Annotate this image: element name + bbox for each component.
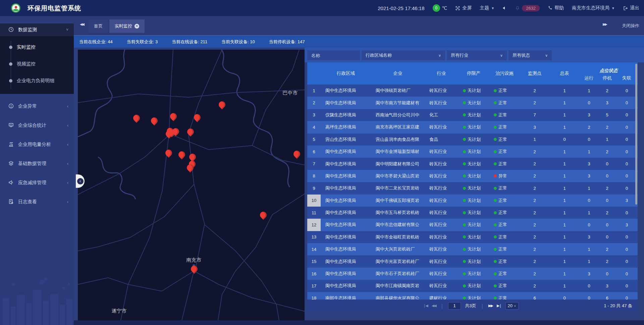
range-label: 1 - 20 [604, 303, 615, 308]
sidebar-item-base-data[interactable]: 基础数据管理‹ [0, 157, 74, 170]
cell-facility-status: 正常 [489, 146, 520, 158]
sidebar-item-video-monitoring[interactable]: 视频监控 [0, 56, 74, 72]
cell-running: 3 [580, 268, 598, 280]
cell-region: 阆中生态环境局 [321, 268, 371, 280]
cell-meters: 1 [549, 170, 580, 182]
status-dot-icon [463, 150, 466, 153]
notification-area[interactable]: 2632 [515, 5, 540, 11]
name-search-input[interactable] [311, 53, 356, 58]
logout-button[interactable]: 退出 [623, 5, 639, 11]
sidebar-item-log-view[interactable]: 日志查看‹ [0, 195, 74, 209]
cell-limit-status: 无计划 [458, 146, 489, 158]
cell-meters: 1 [549, 109, 580, 121]
cell-index: 10 [307, 195, 321, 207]
sidebar-item-data-monitoring[interactable]: 数据监测˅ [0, 23, 74, 36]
cell-meters: 1 [549, 219, 580, 231]
top-header: 环保用电监管系统 2021-02-25 17:46:18 0 ℃ 全屏 主题 ▼… [0, 0, 644, 16]
tabs-scroll-right-button[interactable]: ▶▶ [603, 22, 606, 26]
sidebar-item-label: 数据监测 [18, 27, 66, 33]
map-panel[interactable]: 巴中市南充市遂宁市 ‹ [78, 50, 305, 320]
table-row[interactable]: 18南部生态环境局南部县砚华水泥有限公建材行业无计划正常60060 [307, 292, 638, 300]
status-dot-icon [494, 174, 497, 177]
status-select[interactable]: 所有状态 ∨ [508, 50, 552, 60]
tab-close-icon[interactable]: ✕ [135, 24, 139, 29]
cell-industry: 砖瓦行业 [425, 280, 458, 292]
sidebar-item-emergency-reduction[interactable]: 应急减排管理‹ [0, 176, 74, 189]
logout-label: 退出 [630, 5, 639, 11]
cell-lost: 0 [616, 133, 638, 146]
next-page-button[interactable]: ▶▶ [488, 304, 493, 308]
status-dot-icon [494, 126, 497, 129]
chevron-collapsed-icon: ‹ [67, 123, 68, 128]
sidebar-item-enterprise-stats[interactable]: 企业综合统计‹ [0, 119, 74, 132]
table-row[interactable]: 9阆中生态环境局阆中市二龙长宝页岩砖砖瓦行业无计划正常21120 [307, 182, 638, 194]
stats-bar: 当前在线企业: 44当前失联企业: 3当前在线设备: 211当前失联设备: 10… [74, 36, 644, 48]
first-page-button[interactable]: ❘◀ [423, 304, 428, 308]
fullscreen-button[interactable]: 全屏 [455, 5, 472, 11]
cell-meters: 1 [549, 85, 580, 97]
page-number-input[interactable] [448, 302, 461, 310]
table-row[interactable]: 5营山生态环境局营山县润丰肉食品有限食品无计划正常10010 [307, 133, 638, 146]
sidebar-item-realtime-monitoring[interactable]: 实时监控 [0, 39, 74, 56]
sidebar-alert-icon [8, 103, 14, 110]
table-row[interactable]: 10阆中生态环境局阆中千佛镇五郎垭页岩砖瓦行业无计划正常21003 [307, 195, 638, 207]
cell-region: 阆中生态环境局 [321, 243, 371, 255]
sidebar-item-enterprise-abnormal[interactable]: 企业异常‹ [0, 100, 74, 113]
name-search-field[interactable] [307, 50, 360, 60]
tab-realtime-monitoring[interactable]: 实时监控✕ [109, 19, 145, 33]
table-row[interactable]: 13阆中生态环境局阆中市金福旺页岩机砖砖瓦行业无计划正常21300 [307, 231, 638, 243]
page-size-select[interactable]: 20 ∨ [505, 302, 519, 310]
status-dot-icon [463, 89, 466, 92]
table-row[interactable]: 6阆中生态环境局阆中市金博瑞新型墙材砖瓦行业无计划正常21120 [307, 146, 638, 158]
cell-meters: 1 [549, 97, 580, 109]
pagination-divider: ❘ [440, 303, 444, 309]
table-row[interactable]: 17阆中生态环境局阆中市江南镇阆南页岩砖瓦行业无计划正常21030 [307, 280, 638, 292]
table-row[interactable]: 3仪陇生态环境局西南油气田分公司川中化工无计划正常71350 [307, 109, 638, 121]
cell-industry: 食品 [425, 133, 458, 146]
theme-menu[interactable]: 主题 ▼ [480, 5, 494, 11]
cell-facility-status: 正常 [489, 292, 520, 300]
table-scrollbar[interactable] [635, 64, 637, 205]
region-select-value: 行政区域名称 [366, 52, 392, 58]
table-row[interactable]: 2阆中生态环境局阆中市南方节能建材有砖瓦行业无计划正常21030 [307, 97, 638, 109]
sidebar-item-power-load-detail[interactable]: 企业电力负荷明细 [0, 72, 74, 89]
help-label: 帮助 [554, 5, 564, 11]
industry-select[interactable]: 所有行业 ∨ [447, 50, 507, 60]
cell-monitors: 2 [520, 146, 549, 158]
cell-limit-status: 无计划 [458, 219, 489, 231]
table-row[interactable]: 14阆中生态环境局阆中大兴页岩机砖厂砖瓦行业无计划正常21120 [307, 243, 638, 255]
col-total-meters: 总表 [549, 62, 580, 85]
table-header: 行政区域 企业 行业 停限产 治污设施 监测点 总表 点位状态 运行 停机 失联 [307, 62, 638, 85]
table-row[interactable]: 1阆中生态环境局阆中强锐页岩砖厂砖瓦行业无计划正常21120 [307, 85, 638, 97]
chevron-expanded-icon: ˅ [66, 28, 68, 32]
cell-facility-status: 正常 [489, 268, 520, 280]
table-row[interactable]: 15阆中生态环境局阆中市光富页岩机砖厂砖瓦行业无计划正常21120 [307, 255, 638, 267]
prev-page-button[interactable]: ◀◀ [432, 304, 436, 308]
org-menu[interactable]: 南充市生态环境局 ▼ [572, 5, 615, 11]
table-row[interactable]: 12阆中生态环境局阆中市忠信建材有限公砖瓦行业无计划正常21003 [307, 219, 638, 231]
col-index [307, 62, 321, 85]
table-row[interactable]: 4高坪生态环境局南充市高坪区王家店建砖瓦行业无计划正常31220 [307, 121, 638, 133]
table-row[interactable]: 16阆中生态环境局阆中市石子页岩机砖厂砖瓦行业无计划正常21300 [307, 268, 638, 280]
cell-company: 阆中大兴页岩机砖厂 [371, 243, 425, 255]
speaker-muted-icon [502, 6, 507, 10]
col-company: 企业 [371, 62, 425, 85]
cell-facility-status: 正常 [489, 219, 520, 231]
close-operations-button[interactable]: 关闭操作 [622, 23, 639, 29]
table-row[interactable]: 7阆中生态环境局阆中明阳建材有限公司砖瓦行业无计划正常21300 [307, 158, 638, 170]
cell-running: 3 [580, 231, 598, 243]
table-row[interactable]: 11阆中生态环境局阆中市五马桥页岩机砖砖瓦行业无计划正常21120 [307, 207, 638, 219]
cell-facility-status: 正常 [489, 243, 520, 255]
sidebar-item-power-analysis[interactable]: 企业用电量分析‹ [0, 138, 74, 151]
cell-stopped: 5 [598, 109, 616, 121]
cell-meters: 1 [549, 207, 580, 219]
help-button[interactable]: 帮助 [548, 5, 564, 11]
table-row[interactable]: 8阆中生态环境局阆中市枣碧大梁山页岩砖瓦行业无计划异常21300 [307, 170, 638, 182]
cell-company: 南充市高坪区王家店建 [371, 121, 425, 133]
region-select[interactable]: 行政区域名称 ∨ [362, 50, 445, 60]
last-page-button[interactable]: ▶❘ [497, 304, 501, 308]
mute-button[interactable] [502, 6, 507, 10]
tab-home[interactable]: 首页 [89, 19, 108, 33]
tabs-scroll-left-button[interactable]: ◀◀ [80, 22, 84, 26]
cell-monitors: 2 [520, 195, 549, 207]
